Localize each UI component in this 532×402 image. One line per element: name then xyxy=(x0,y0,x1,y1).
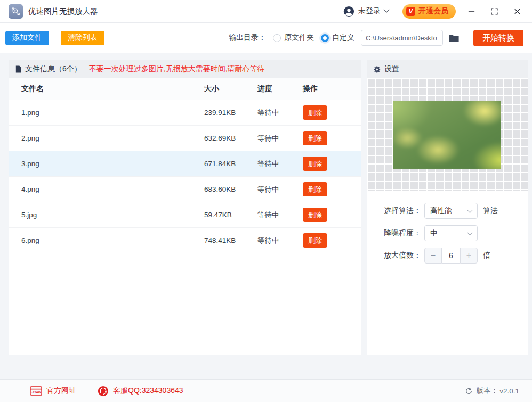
file-name: 6.png xyxy=(9,236,204,244)
algorithm-select[interactable]: 高性能 xyxy=(424,203,478,219)
minimize-button[interactable] xyxy=(466,6,477,17)
official-website-link[interactable]: .com 官方网址 xyxy=(30,386,76,396)
delete-button[interactable]: 删除 xyxy=(303,131,327,145)
radio-custom-folder[interactable]: 自定义 xyxy=(321,33,354,43)
scale-value: 6 xyxy=(442,248,460,264)
svg-text:.com: .com xyxy=(31,390,41,395)
file-name: 4.png xyxy=(9,185,204,193)
folder-icon xyxy=(448,34,460,43)
version-label: 版本： xyxy=(477,386,498,396)
radio-unchecked-icon xyxy=(273,34,281,42)
file-size: 239.91KB xyxy=(204,109,257,117)
close-button[interactable] xyxy=(512,6,522,17)
file-info-icon xyxy=(15,65,22,73)
browse-folder-button[interactable] xyxy=(448,34,460,43)
file-list-panel: 文件信息（6个） 不要一次处理过多图片,无损放大需要时间,请耐心等待 文件名 大… xyxy=(9,60,361,355)
app-logo-icon xyxy=(9,4,23,19)
table-row[interactable]: 6.png 748.41KB 等待中 删除 xyxy=(9,228,361,253)
chevron-down-icon xyxy=(467,230,473,235)
app-title: 优速图片无损放大器 xyxy=(28,6,98,17)
minimize-icon xyxy=(467,7,475,15)
scale-label: 放大倍数： xyxy=(384,251,424,260)
file-size: 671.84KB xyxy=(204,160,257,168)
file-status: 等待中 xyxy=(257,236,303,245)
main-area: 文件信息（6个） 不要一次处理过多图片,无损放大需要时间,请耐心等待 文件名 大… xyxy=(0,53,532,355)
settings-panel-title: 设置 xyxy=(384,64,399,74)
radio-original-folder[interactable]: 原文件夹 xyxy=(273,33,314,43)
settings-controls: 选择算法： 高性能 算法 降噪程度： 中 放大倍数： − 6 xyxy=(367,191,528,264)
denoise-select[interactable]: 中 xyxy=(424,225,478,241)
warning-text: 不要一次处理过多图片,无损放大需要时间,请耐心等待 xyxy=(89,64,265,74)
file-name: 3.png xyxy=(9,160,204,168)
login-label: 未登录 xyxy=(358,6,381,16)
table-header: 文件名 大小 进度 操作 xyxy=(9,78,361,100)
maximize-icon xyxy=(490,7,498,15)
file-size: 683.60KB xyxy=(204,185,257,193)
login-menu[interactable]: 未登录 xyxy=(343,6,389,17)
file-name: 2.png xyxy=(9,134,204,142)
settings-panel: 设置 选择算法： 高性能 算法 降噪程度： 中 xyxy=(367,60,528,355)
column-header-progress: 进度 xyxy=(257,84,303,94)
settings-panel-header: 设置 xyxy=(367,60,528,78)
table-row[interactable]: 2.png 632.69KB 等待中 删除 xyxy=(9,126,361,151)
scale-suffix: 倍 xyxy=(483,251,490,260)
version-value: v2.0.1 xyxy=(499,387,519,395)
file-status: 等待中 xyxy=(257,134,303,143)
file-panel-title: 文件信息（6个） xyxy=(25,64,82,74)
gear-icon xyxy=(373,65,381,73)
output-path-input[interactable] xyxy=(361,30,443,46)
add-files-button[interactable]: 添加文件 xyxy=(5,31,49,45)
preview-image xyxy=(393,101,501,169)
file-size: 748.41KB xyxy=(204,236,257,244)
footer: .com 官方网址 客服QQ:3234303643 版本：v2.0.1 xyxy=(0,379,532,402)
table-row[interactable]: 1.png 239.91KB 等待中 删除 xyxy=(9,100,361,126)
algorithm-label: 选择算法： xyxy=(384,206,424,216)
increment-button[interactable]: + xyxy=(460,248,478,264)
column-header-name: 文件名 xyxy=(9,84,204,94)
close-icon xyxy=(513,7,521,15)
user-avatar-icon xyxy=(343,6,354,17)
customer-service-link[interactable]: 客服QQ:3234303643 xyxy=(98,385,183,397)
file-status: 等待中 xyxy=(257,108,303,118)
file-name: 5.jpg xyxy=(9,211,204,219)
file-status: 等待中 xyxy=(257,185,303,194)
delete-button[interactable]: 删除 xyxy=(303,105,327,120)
vip-upgrade-button[interactable]: V 开通会员 xyxy=(402,4,456,19)
maximize-button[interactable] xyxy=(489,6,499,17)
website-icon: .com xyxy=(30,386,42,396)
vip-badge-icon: V xyxy=(406,7,415,16)
title-bar: 优速图片无损放大器 未登录 V 开通会员 xyxy=(0,0,532,23)
output-dir-label: 输出目录： xyxy=(229,33,266,43)
chevron-down-icon xyxy=(383,7,389,13)
delete-button[interactable]: 删除 xyxy=(303,182,327,196)
file-size: 59.47KB xyxy=(204,211,257,219)
table-row[interactable]: 5.jpg 59.47KB 等待中 删除 xyxy=(9,202,361,228)
file-name: 1.png xyxy=(9,109,204,117)
delete-button[interactable]: 删除 xyxy=(303,233,327,248)
toolbar: 添加文件 清除列表 输出目录： 原文件夹 自定义 开始转换 xyxy=(0,23,532,53)
column-header-size: 大小 xyxy=(204,84,257,94)
file-status: 等待中 xyxy=(257,159,303,169)
table-body: 1.png 239.91KB 等待中 删除 2.png 632.69KB 等待中… xyxy=(9,100,361,253)
algorithm-suffix: 算法 xyxy=(483,206,498,216)
chevron-down-icon xyxy=(467,208,473,213)
column-header-action: 操作 xyxy=(303,84,361,94)
version-info: 版本：v2.0.1 xyxy=(465,386,519,396)
delete-button[interactable]: 删除 xyxy=(303,157,327,171)
qq-service-icon xyxy=(98,385,109,397)
refresh-icon xyxy=(465,387,473,395)
radio-checked-icon xyxy=(321,34,329,42)
file-panel-header: 文件信息（6个） 不要一次处理过多图片,无损放大需要时间,请耐心等待 xyxy=(9,60,361,78)
table-row[interactable]: 4.png 683.60KB 等待中 删除 xyxy=(9,177,361,202)
table-row[interactable]: 3.png 671.84KB 等待中 删除 xyxy=(9,151,361,177)
clear-list-button[interactable]: 清除列表 xyxy=(61,31,104,45)
start-convert-button[interactable]: 开始转换 xyxy=(473,30,523,46)
preview-area xyxy=(367,78,528,191)
file-status: 等待中 xyxy=(257,210,303,220)
decrement-button[interactable]: − xyxy=(424,248,442,264)
denoise-label: 降噪程度： xyxy=(384,228,424,238)
file-size: 632.69KB xyxy=(204,134,257,142)
vip-label: 开通会员 xyxy=(418,6,448,16)
scale-stepper: − 6 + xyxy=(424,248,478,264)
delete-button[interactable]: 删除 xyxy=(303,208,327,222)
